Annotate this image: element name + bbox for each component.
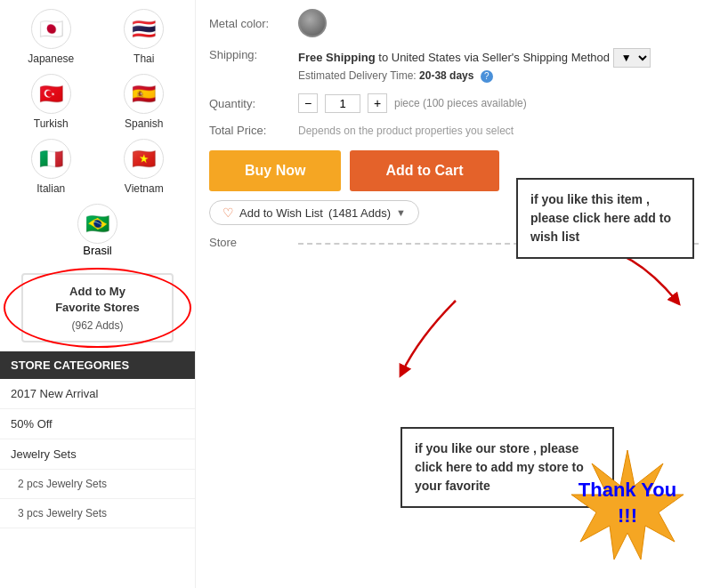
add-favorite-wrapper: Add to MyFavorite Stores (962 Adds) bbox=[11, 273, 184, 342]
add-to-cart-button[interactable]: Add to Cart bbox=[350, 150, 498, 191]
turkish-label: Turkish bbox=[34, 117, 69, 130]
add-favorite-button[interactable]: Add to MyFavorite Stores (962 Adds) bbox=[21, 273, 174, 342]
thai-label: Thai bbox=[134, 52, 154, 65]
category-item-jewelry-sets[interactable]: Jewelry Sets bbox=[0, 439, 195, 470]
favorite-adds-count: (962 Adds) bbox=[36, 319, 158, 332]
japanese-flag-icon: 🇯🇵 bbox=[31, 9, 71, 49]
brasil-flag-icon: 🇧🇷 bbox=[77, 204, 117, 244]
store-arrow-svg bbox=[393, 292, 465, 381]
flag-item-japanese[interactable]: 🇯🇵 Japanese bbox=[9, 9, 93, 65]
store-categories-header: STORE CATEGORIES bbox=[0, 351, 195, 379]
thai-flag-icon: 🇹🇭 bbox=[124, 9, 164, 49]
shipping-text: Free Shipping to United States via Selle… bbox=[298, 48, 651, 68]
shipping-label: Shipping: bbox=[209, 48, 298, 61]
quantity-controls: − + piece (100 pieces available) bbox=[298, 93, 527, 113]
quantity-label: Quantity: bbox=[209, 97, 298, 110]
quantity-row: Quantity: − + piece (100 pieces availabl… bbox=[209, 93, 699, 113]
flag-grid: 🇯🇵 Japanese 🇹🇭 Thai 🇹🇷 Turkish 🇪🇸 Spanis… bbox=[0, 0, 195, 204]
delivery-time: 20-38 days bbox=[419, 69, 473, 82]
brasil-label: Brasil bbox=[83, 244, 112, 257]
quantity-available: piece (100 pieces available) bbox=[394, 97, 527, 109]
thank-you-starburst: Thank You!!! bbox=[570, 446, 685, 561]
turkish-flag-icon: 🇹🇷 bbox=[31, 74, 71, 114]
shipping-method-dropdown[interactable]: ▼ bbox=[613, 48, 651, 68]
spanish-label: Spanish bbox=[125, 117, 163, 130]
metal-color-swatch[interactable] bbox=[298, 9, 327, 37]
category-list: 2017 New Arrival 50% Off Jewelry Sets 2 … bbox=[0, 379, 195, 528]
category-item-new-arrival[interactable]: 2017 New Arrival bbox=[0, 379, 195, 409]
vietnam-label: Vietnam bbox=[125, 182, 164, 195]
quantity-decrease-button[interactable]: − bbox=[298, 93, 318, 113]
metal-color-label: Metal color: bbox=[209, 17, 298, 30]
flag-item-spanish[interactable]: 🇪🇸 Spanish bbox=[102, 74, 187, 130]
spanish-flag-icon: 🇪🇸 bbox=[124, 74, 164, 114]
quantity-input[interactable] bbox=[325, 94, 360, 113]
total-price-label: Total Price: bbox=[209, 124, 298, 137]
wishlist-btn-label: Add to Wish List bbox=[239, 206, 323, 220]
sidebar: 🇯🇵 Japanese 🇹🇭 Thai 🇹🇷 Turkish 🇪🇸 Spanis… bbox=[0, 0, 196, 588]
shipping-estimated: Estimated Delivery Time: 20-38 days ? bbox=[298, 69, 651, 83]
metal-color-row: Metal color: bbox=[209, 9, 699, 37]
wishlist-dropdown-icon: ▼ bbox=[396, 207, 406, 218]
italian-flag-icon: 🇮🇹 bbox=[31, 139, 71, 179]
tooltip-wish-text: if you like this item , please click her… bbox=[530, 192, 671, 244]
wishlist-adds: (1481 Adds) bbox=[328, 206, 391, 220]
add-favorite-text: Add to MyFavorite Stores bbox=[36, 284, 158, 316]
flag-item-thai[interactable]: 🇹🇭 Thai bbox=[102, 9, 187, 65]
total-price-row: Total Price: Depends on the product prop… bbox=[209, 124, 699, 137]
store-label: Store bbox=[209, 236, 298, 249]
category-item-2pcs[interactable]: 2 pcs Jewelry Sets bbox=[0, 470, 195, 499]
tooltip-store-text: if you like our store , please click her… bbox=[415, 441, 584, 493]
japanese-label: Japanese bbox=[28, 52, 74, 65]
flag-item-turkish[interactable]: 🇹🇷 Turkish bbox=[9, 74, 93, 130]
heart-icon: ♡ bbox=[222, 205, 234, 220]
add-to-wishlist-button[interactable]: ♡ Add to Wish List (1481 Adds) ▼ bbox=[209, 200, 419, 225]
main-content: Metal color: Shipping: Free Shipping to … bbox=[196, 0, 712, 588]
tooltip-wishlist: if you like this item , please click her… bbox=[516, 178, 694, 259]
flag-item-italian[interactable]: 🇮🇹 Italian bbox=[9, 139, 93, 195]
thank-you-text: Thank You!!! bbox=[578, 478, 676, 528]
shipping-info: Free Shipping to United States via Selle… bbox=[298, 48, 651, 83]
category-item-3pcs[interactable]: 3 pcs Jewelry Sets bbox=[0, 499, 195, 528]
vietnam-flag-icon: 🇻🇳 bbox=[124, 139, 164, 179]
shipping-row: Shipping: Free Shipping to United States… bbox=[209, 48, 699, 83]
brasil-row[interactable]: 🇧🇷 Brasil bbox=[0, 204, 195, 266]
arrow-to-store bbox=[393, 292, 465, 383]
category-item-50off[interactable]: 50% Off bbox=[0, 409, 195, 439]
total-price-value: Depends on the product properties you se… bbox=[298, 125, 514, 137]
help-icon[interactable]: ? bbox=[481, 70, 493, 83]
italian-label: Italian bbox=[36, 182, 65, 195]
flag-item-vietnam[interactable]: 🇻🇳 Vietnam bbox=[102, 139, 187, 195]
metal-swatch-circle bbox=[300, 11, 325, 36]
quantity-increase-button[interactable]: + bbox=[368, 93, 387, 113]
buy-now-button[interactable]: Buy Now bbox=[209, 150, 341, 191]
